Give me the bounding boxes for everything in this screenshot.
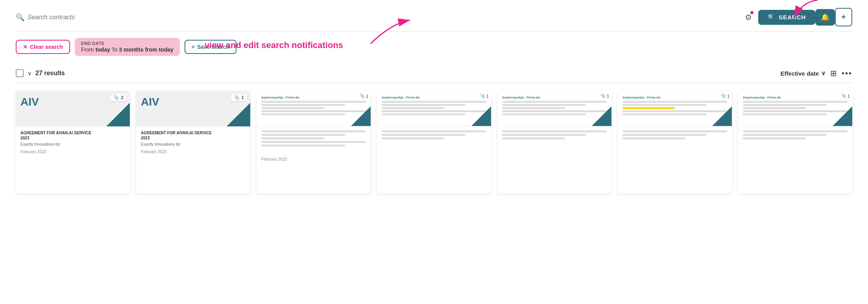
chevron-down-icon: ∨ [28,70,31,76]
expand-results-button[interactable]: ∨ [28,70,31,76]
doc-content: Sopimuspohja - Firma Ab [741,93,849,118]
x-icon: ✕ [23,44,28,50]
search-btn-label: SEARCH [779,14,806,20]
paperclip-icon: 📎 [600,93,606,98]
clear-search-label: Clear search [30,44,63,50]
paperclip-icon: 📎 [480,93,486,98]
card-logo: AIV [141,96,159,108]
card-company: Exactly Innovations ltd [20,142,125,146]
card-logo: AIV [20,96,39,108]
contract-card[interactable]: Sopimuspohja - Firma Ab 📎 1 [377,91,491,193]
search-button[interactable]: 🔍 SEARCH [758,10,815,25]
search-icon: 🔍 [16,13,24,22]
card-header: Sopimuspohja - Firma Ab 📎 1 [738,91,852,126]
sort-button[interactable]: Effective date ∨ [780,70,826,77]
sort-label: Effective date [780,70,819,77]
paperclip-icon: 📎 [360,93,365,98]
results-left: ∨ 27 results [16,69,65,77]
contract-card[interactable]: AIV 📎 2 AGREEMENT FOR AIVAN.AI SERVICE20… [16,91,130,193]
filter-annotation-wrapper: ✕ Clear search END DATE From today To 3 … [16,38,852,56]
doc-content: Sopimuspohja - Firma Ab [380,93,488,118]
card-attachment-badge: 📎 2 [110,94,127,101]
card-header: Sopimuspohja - Firma Ab 📎 1 [618,91,732,126]
contract-card[interactable]: Sopimuspohja - Firma Ab 📎 1 [618,91,732,193]
card-header: Sopimuspohja - Firma Ab 📎 1 [497,91,611,126]
card-header: AIV 📎 1 [136,91,250,126]
card-body: AGREEMENT FOR AIVAN.AI SERVICE2023 Exact… [16,126,130,158]
card-attachment-badge: 📎 1 [480,93,489,98]
card-triangle [227,103,250,126]
contract-card[interactable]: AIV 📎 1 AGREEMENT FOR AIVAN.AI SERVICE20… [136,91,250,193]
paperclip-icon: 📎 [234,95,240,100]
card-attachment-badge: 📎 1 [360,93,368,98]
card-attachment-badge: 📎 1 [231,94,247,101]
paperclip-icon: 📎 [841,93,847,98]
card-header: AIV 📎 2 [16,91,130,126]
contract-card[interactable]: Sopimuspohja - Firma Ab 📎 1 [257,91,371,193]
contracts-grid: AIV 📎 2 AGREEMENT FOR AIVAN.AI SERVICE20… [16,91,852,193]
search-input[interactable] [28,14,739,21]
filter-icon: ⚙ [745,13,752,22]
card-body [738,126,852,158]
contract-card[interactable]: Sopimuspohja - Firma Ab 📎 1 [497,91,611,193]
card-title: AGREEMENT FOR AIVAN.AI SERVICE2023 [141,130,246,141]
more-options-button[interactable]: ••• [842,69,852,78]
doc-content: Sopimuspohja - Firma Ab [500,93,608,118]
card-body [377,126,491,158]
card-attachment-badge: 📎 1 [600,93,609,98]
filter-row: ✕ Clear search END DATE From today To 3 … [16,38,852,56]
add-notification-annotation: addsearchnotification [814,0,856,2]
select-all-checkbox[interactable] [16,69,24,77]
results-right: Effective date ∨ ⊞ ••• [780,69,852,78]
card-attachment-badge: 📎 1 [841,93,850,98]
end-date-value: From today To 3 months from today [81,46,174,53]
card-date: February 2023 [141,150,246,154]
save-search-label: Save search [197,44,229,50]
doc-content: Sopimuspohja - Firma Ab [621,93,729,118]
card-header: Sopimuspohja - Firma Ab 📎 1 [377,91,491,126]
card-body [497,126,611,158]
search-row: 🔍 ⚙ 🔍 SEARCH 🔔 + addsearchnotification [16,8,852,32]
card-title: AGREEMENT FOR AIVAN.AI SERVICE2023 [20,130,125,141]
sort-chevron-icon: ∨ [821,70,826,77]
filter-button[interactable]: ⚙ [743,11,753,24]
card-date: February 2023 [20,150,125,154]
plus-icon: + [841,13,846,22]
paperclip-icon: 📎 [721,93,726,98]
ellipsis-icon: ••• [842,69,852,78]
grid-icon: ⊞ [830,69,837,78]
end-date-filter-chip[interactable]: END DATE From today To 3 months from tod… [75,38,180,56]
results-count: 27 results [35,70,65,77]
card-body: AGREEMENT FOR AIVAN.AI SERVICE2023 Exact… [136,126,250,158]
doc-content: Sopimuspohja - Firma Ab [260,93,368,118]
contract-card[interactable]: Sopimuspohja - Firma Ab 📎 1 [738,91,852,193]
card-body [618,126,732,158]
end-date-label: END DATE [81,41,174,46]
paperclip-icon: 📎 [113,95,119,100]
card-body: February 2023 [257,126,371,165]
clear-search-button[interactable]: ✕ Clear search [16,40,70,54]
grid-view-button[interactable]: ⊞ [830,69,837,78]
save-plus-icon: + [192,44,195,50]
action-buttons-group: 🔍 SEARCH 🔔 + addsearchnotification [758,8,852,26]
card-attachment-badge: 📎 1 [721,93,729,98]
card-header: Sopimuspohja - Firma Ab 📎 1 [257,91,371,126]
filter-active-dot [750,11,753,14]
card-company: Exactly Innovations ltd [141,142,246,146]
add-notification-button[interactable]: + [835,8,852,26]
card-triangle [106,103,130,126]
card-date: February 2023 [261,157,366,161]
bell-icon: 🔔 [821,13,829,22]
search-btn-icon: 🔍 [768,14,776,21]
save-search-button[interactable]: + Save search [185,40,236,54]
notification-bell-button[interactable]: 🔔 [815,9,835,26]
search-input-wrapper: 🔍 [16,13,739,22]
results-row: ∨ 27 results Effective date ∨ ⊞ ••• [16,64,852,83]
